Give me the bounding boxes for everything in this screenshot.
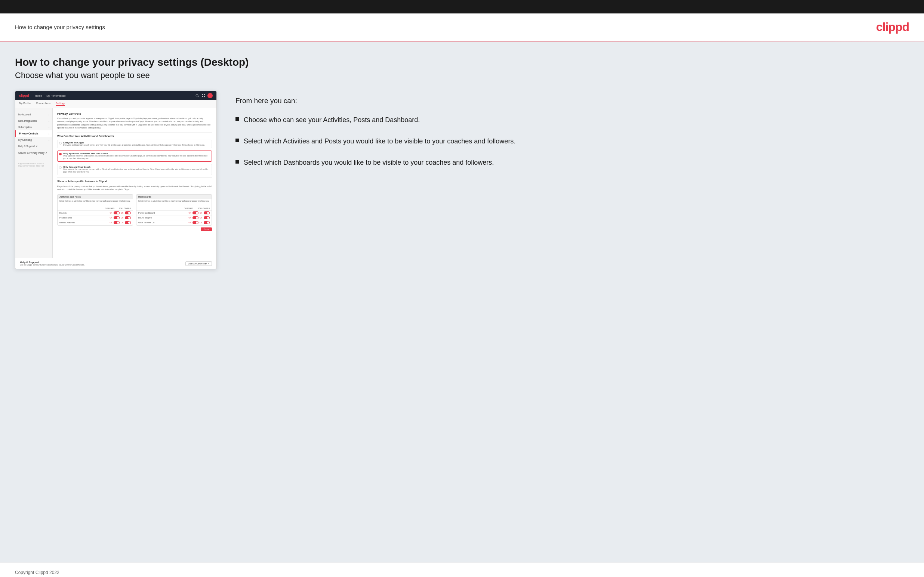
- right-column: From here you can: Choose who can see yo…: [236, 91, 909, 180]
- mock-nav-icons: [195, 93, 213, 98]
- mock-subnav-settings: Settings: [56, 102, 65, 106]
- svg-rect-3: [204, 94, 205, 95]
- mock-activities-header: Activities and Posts: [58, 195, 133, 199]
- bullet-text-2: Select which Activities and Posts you wo…: [244, 137, 515, 146]
- mock-nav-home: Home: [35, 95, 42, 97]
- mock-toggle-manual-followers: [125, 221, 131, 224]
- screenshot-container: clippd Home My Performance My Profile Co…: [15, 91, 217, 269]
- mock-toggle-manual-coaches: [114, 221, 120, 224]
- mock-toggle-player-dashboard: Player Dashboard ON ON: [136, 211, 212, 216]
- mock-show-hide-title: Show or hide specific features in Clippd: [57, 177, 212, 183]
- mock-external-link-icon: ↗: [207, 263, 209, 265]
- svg-rect-5: [204, 96, 205, 97]
- mock-radio-followers: Only Approved Followers and Your Coach O…: [57, 150, 212, 162]
- mock-logo: clippd: [19, 94, 29, 97]
- main-content: How to change your privacy settings (Des…: [0, 42, 924, 562]
- mock-toggle-player-followers: [204, 211, 210, 214]
- mock-nav-bar: clippd Home My Performance: [15, 91, 216, 100]
- mock-toggle-rounds-followers: [125, 211, 131, 214]
- mock-toggle-practice-followers: [125, 216, 131, 219]
- mock-help-desc: Visit the Clippd community to troublesho…: [20, 264, 85, 266]
- mock-radio-only-you-desc: Only you and the coaches you connect wit…: [63, 168, 210, 173]
- mock-privacy-title: Privacy Controls: [57, 112, 212, 115]
- mock-help-text: Help & Support Visit the Clippd communit…: [20, 261, 85, 266]
- mock-activities-subheader: COACHESFOLLOWERS: [58, 206, 133, 211]
- mock-who-can-see-title: Who Can See Your Activities and Dashboar…: [57, 132, 212, 137]
- mock-radio-everyone-desc: Everyone on Clippd can search for you an…: [63, 144, 205, 147]
- mock-radio-followers-desc: Only approved followers and coaches you …: [63, 155, 210, 160]
- mock-dashboards-col: Dashboards Select the types of activity …: [136, 194, 212, 226]
- page-subheading: Choose what you want people to see: [15, 71, 909, 80]
- mock-visit-community-button[interactable]: Visit Our Community ↗: [186, 261, 212, 266]
- mock-toggle-what-to-work-on: What To Work On ON ON: [136, 220, 212, 225]
- mock-toggle-insights-followers: [204, 216, 210, 219]
- mock-sidebar-data-integrations: Data Integrations›: [15, 118, 52, 124]
- mock-toggle-manual: Manual Activities ON ON: [58, 220, 133, 225]
- mock-sub-nav: My Profile Connections Settings: [15, 100, 216, 108]
- search-icon: [195, 94, 199, 97]
- svg-rect-4: [202, 96, 203, 97]
- mock-dashboards-header: Dashboards: [136, 195, 212, 199]
- footer-text: Copyright Clippd 2022: [15, 570, 60, 575]
- svg-line-1: [198, 96, 199, 97]
- bullet-text-3: Select which Dashboards you would like t…: [244, 158, 494, 167]
- mock-toggle-round-insights: Round Insights ON ON: [136, 216, 212, 220]
- mock-visit-label: Visit Our Community: [188, 263, 207, 265]
- mock-activities-col: Activities and Posts Select the types of…: [57, 194, 133, 226]
- mock-toggle-insights-coaches: [192, 216, 199, 219]
- header: How to change your privacy settings clip…: [0, 13, 924, 41]
- mock-body: My Account› Data Integrations› Subscript…: [15, 108, 216, 258]
- mock-sidebar: My Account› Data Integrations› Subscript…: [15, 108, 53, 258]
- mock-toggle-section: Activities and Posts Select the types of…: [57, 194, 212, 226]
- mock-dashboards-subheader: COACHESFOLLOWERS: [136, 206, 212, 211]
- mock-show-hide-desc: Regardless of the privacy controls that …: [57, 185, 212, 191]
- bullet-item-2: Select which Activities and Posts you wo…: [236, 137, 909, 146]
- mock-toggle-wtwo-followers: [204, 221, 210, 224]
- mock-privacy-desc: Control how you and your data appears to…: [57, 117, 212, 129]
- mock-sidebar-version: Clippd Client Version: 2022.8.2SQL Serve…: [15, 160, 52, 167]
- mock-dashboards-desc: Select the types of activity that you'd …: [136, 199, 212, 204]
- bullet-square-1: [236, 117, 239, 121]
- mock-sidebar-my-golf-bag: My Golf Bag›: [15, 137, 52, 143]
- svg-point-0: [196, 94, 198, 96]
- grid-icon: [202, 94, 205, 97]
- mock-save-button[interactable]: Save: [201, 227, 212, 231]
- content-columns: clippd Home My Performance My Profile Co…: [15, 91, 909, 269]
- mock-radio-only-you-dot: [59, 166, 62, 169]
- mock-help-section: Help & Support Visit the Clippd communit…: [15, 258, 216, 269]
- mock-sidebar-my-account: My Account›: [15, 111, 52, 118]
- footer: Copyright Clippd 2022: [0, 562, 924, 577]
- mock-toggle-player-coaches: [192, 211, 199, 214]
- bullet-square-3: [236, 160, 239, 164]
- mock-toggle-rounds-coaches: [114, 211, 120, 214]
- mock-sidebar-help-support: Help & Support ↗: [15, 143, 52, 150]
- bullet-item-3: Select which Dashboards you would like t…: [236, 158, 909, 167]
- mock-subnav-profile: My Profile: [19, 102, 31, 106]
- app-mockup: clippd Home My Performance My Profile Co…: [15, 91, 217, 269]
- right-heading: From here you can:: [236, 97, 909, 105]
- mock-toggle-rounds: Rounds ON ON: [58, 211, 133, 216]
- mock-save-area: Save: [57, 226, 212, 233]
- mock-avatar: [207, 93, 213, 98]
- mock-sidebar-privacy-controls: Privacy Controls›: [15, 131, 52, 137]
- mock-sidebar-service-privacy: Service & Privacy Policy ↗: [15, 150, 52, 156]
- mock-main-content: Privacy Controls Control how you and you…: [53, 108, 216, 258]
- mock-nav-performance: My Performance: [46, 95, 65, 97]
- top-bar: [0, 0, 924, 13]
- mock-sidebar-subscription: Subscription›: [15, 124, 52, 131]
- mock-nav-links: Home My Performance: [35, 95, 66, 97]
- header-title: How to change your privacy settings: [15, 24, 105, 30]
- logo: clippd: [876, 20, 909, 34]
- bullet-text-1: Choose who can see your Activities, Post…: [244, 115, 420, 125]
- svg-rect-2: [202, 94, 203, 95]
- mock-radio-only-you: Only You and Your Coach Only you and the…: [57, 164, 212, 175]
- mock-toggle-practice: Practice Drills ON ON: [58, 216, 133, 220]
- bullet-square-2: [236, 139, 239, 142]
- mock-toggle-practice-coaches: [114, 216, 120, 219]
- mock-subnav-connections: Connections: [36, 102, 50, 106]
- mock-activities-desc: Select the types of activity that you'd …: [58, 199, 133, 204]
- mock-radio-followers-dot: [59, 153, 62, 155]
- bullet-item-1: Choose who can see your Activities, Post…: [236, 115, 909, 125]
- mock-radio-everyone: Everyone on Clippd Everyone on Clippd ca…: [57, 140, 212, 148]
- mock-radio-everyone-dot: [59, 142, 62, 145]
